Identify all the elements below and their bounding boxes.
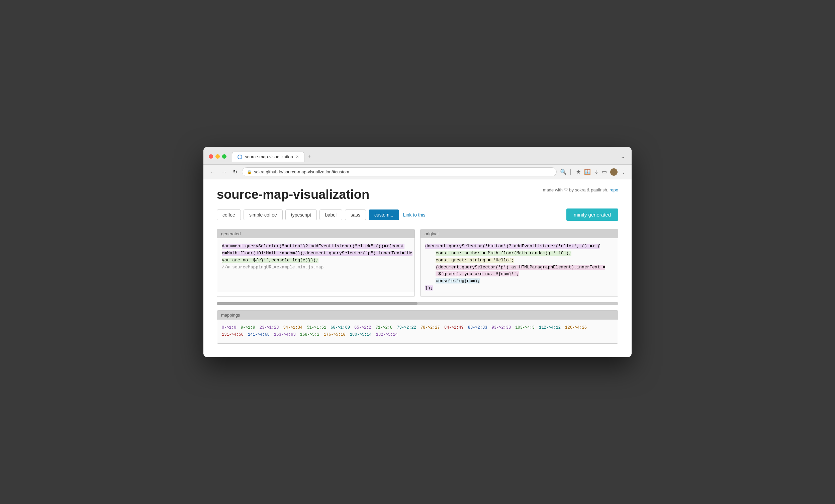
orig-line-6: console.log(num);	[425, 278, 613, 285]
simple-coffee-button[interactable]: simple-coffee	[244, 209, 283, 220]
mappings-panel-body[interactable]: 0->1:0 9->1:9 23->1:23 34->1:34 51->1:51…	[217, 320, 618, 343]
page-title: source-map-visualization	[217, 187, 369, 202]
tab-title: source-map-visualization	[245, 154, 293, 159]
buttons-row: coffee simple-coffee typescript babel sa…	[217, 208, 618, 221]
original-panel-header: original	[421, 229, 618, 238]
title-bar: source-map-visualization ✕ + ⌄	[203, 147, 632, 165]
generated-panel-body[interactable]: document.querySelector("button")?.addEve…	[217, 238, 414, 292]
mapping-item[interactable]: 84->2:49	[444, 325, 464, 330]
forward-button[interactable]: →	[220, 168, 228, 176]
mapping-item[interactable]: 65->2:2	[354, 325, 371, 330]
reader-view-icon[interactable]: ▭	[602, 169, 607, 175]
orig-hl-1: document.querySelector('button')?.addEve…	[425, 244, 600, 249]
mapping-item[interactable]: 73->2:22	[397, 325, 416, 330]
svg-point-0	[238, 155, 242, 159]
tab-bar: source-map-visualization ✕ +	[232, 151, 314, 162]
typescript-button[interactable]: typescript	[285, 209, 317, 220]
minify-generated-button[interactable]: minify generated	[566, 208, 618, 221]
tab-close-icon[interactable]: ✕	[296, 155, 299, 159]
gen-highlight-1: document.querySelector("button")?.addEve…	[222, 244, 412, 256]
orig-line-2: const num: number = Math.floor(Math.rand…	[425, 250, 613, 257]
download-icon[interactable]: ⇓	[594, 169, 598, 175]
mapping-item[interactable]: 71->2:8	[376, 325, 392, 330]
mapping-item[interactable]: 9->1:9	[241, 325, 255, 330]
scroll-thumb[interactable]	[217, 302, 418, 305]
original-panel: original document.querySelector('button'…	[420, 229, 618, 297]
mappings-panel-header: mappings	[217, 310, 618, 320]
mapping-item[interactable]: 126->4:26	[565, 325, 587, 330]
coffee-button[interactable]: coffee	[217, 209, 241, 220]
share-icon[interactable]: ⎡	[570, 169, 573, 175]
mapping-item[interactable]: 163->4:93	[274, 332, 296, 337]
browser-window: source-map-visualization ✕ + ⌄ ← → ↻ 🔒 s…	[203, 147, 632, 357]
mapping-item[interactable]: 0->1:0	[222, 325, 236, 330]
orig-hl-2: const num: number = Math.floor(Math.rand…	[435, 251, 571, 256]
sass-button[interactable]: sass	[345, 209, 366, 220]
search-icon[interactable]: 🔍	[560, 169, 567, 175]
orig-hl-5: `${greet}, you are no. ${num}!`;	[435, 271, 519, 277]
tab-favicon	[238, 155, 242, 159]
mapping-item[interactable]: 60->1:60	[330, 325, 350, 330]
mapping-item[interactable]: 88->2:33	[468, 325, 487, 330]
nav-actions: 🔍 ⎡ ★ 🪟 ⇓ ▭ ⋮	[560, 168, 626, 176]
mapping-item[interactable]: 168->5:2	[300, 332, 320, 337]
made-with: made with ♡ by sokra & paulirish. repo	[543, 187, 618, 193]
chevron-down-icon[interactable]: ⌄	[620, 153, 626, 160]
mapping-item[interactable]: 112->4:12	[539, 325, 561, 330]
mapping-item[interactable]: 51->1:51	[307, 325, 326, 330]
repo-link[interactable]: repo	[610, 187, 618, 193]
panels-row: generated document.querySelector("button…	[217, 229, 618, 297]
gen-code-line-2: you are no. ${e}!`,console.log(e)}));	[222, 257, 410, 264]
menu-icon[interactable]: ⋮	[621, 169, 626, 175]
gen-comment: //# sourceMappingURL=example.min.js.map	[222, 265, 324, 270]
custom-button[interactable]: custom...	[369, 209, 399, 220]
orig-line-4: (document.querySelector('p') as HTMLPara…	[425, 264, 613, 271]
link-to-this[interactable]: Link to this	[403, 212, 426, 218]
address-bar[interactable]: 🔒 sokra.github.io/source-map-visualizati…	[242, 167, 557, 176]
traffic-lights	[209, 154, 226, 159]
original-panel-body[interactable]: document.querySelector('button')?.addEve…	[421, 238, 618, 297]
mapping-item[interactable]: 180->5:14	[350, 332, 372, 337]
babel-button[interactable]: babel	[320, 209, 342, 220]
made-with-text: made with ♡ by sokra & paulirish.	[543, 187, 609, 193]
mapping-item[interactable]: 131->4:56	[222, 332, 244, 337]
back-button[interactable]: ←	[209, 168, 217, 176]
mappings-panel: mappings 0->1:0 9->1:9 23->1:23 34->1:34…	[217, 310, 618, 344]
mapping-item[interactable]: 78->2:27	[421, 325, 440, 330]
extensions-icon[interactable]: 🪟	[584, 169, 591, 175]
mapping-item[interactable]: 23->1:23	[260, 325, 279, 330]
gen-highlight-2: you are no. ${e}!`,console.log(e)}));	[222, 258, 319, 263]
orig-hl-3: const greet: string = 'Hello';	[435, 258, 514, 263]
mapping-item[interactable]: 176->5:10	[324, 332, 346, 337]
orig-line-7: });	[425, 285, 613, 292]
close-button[interactable]	[209, 154, 213, 159]
mapping-item[interactable]: 182->5:14	[376, 332, 398, 337]
gen-code-line-1: document.querySelector("button")?.addEve…	[222, 243, 410, 257]
bookmark-icon[interactable]: ★	[576, 169, 581, 175]
new-tab-button[interactable]: +	[304, 151, 314, 162]
page-header: source-map-visualization made with ♡ by …	[217, 187, 618, 202]
nav-bar: ← → ↻ 🔒 sokra.github.io/source-map-visua…	[203, 165, 632, 179]
orig-line-1: document.querySelector('button')?.addEve…	[425, 243, 613, 250]
scroll-bar[interactable]	[217, 302, 618, 305]
page-content: source-map-visualization made with ♡ by …	[203, 179, 632, 357]
orig-hl-6: console.log(num);	[435, 279, 480, 283]
generated-panel: generated document.querySelector("button…	[217, 229, 415, 297]
mapping-item[interactable]: 34->1:34	[283, 325, 303, 330]
profile-icon[interactable]	[610, 168, 617, 176]
orig-hl-4: (document.querySelector('p') as HTMLPara…	[435, 265, 605, 270]
orig-line-3: const greet: string = 'Hello';	[425, 257, 613, 264]
orig-line-5: `${greet}, you are no. ${num}!`;	[425, 271, 613, 278]
orig-hl-7: });	[425, 285, 433, 290]
mapping-item[interactable]: 93->2:38	[492, 325, 511, 330]
mapping-item[interactable]: 103->4:3	[515, 325, 535, 330]
minimize-button[interactable]	[216, 154, 220, 159]
maximize-button[interactable]	[222, 154, 226, 159]
mapping-item[interactable]: 141->4:68	[248, 332, 270, 337]
lock-icon: 🔒	[247, 170, 252, 174]
active-tab[interactable]: source-map-visualization ✕	[232, 152, 304, 162]
reload-button[interactable]: ↻	[231, 168, 239, 176]
url-text: sokra.github.io/source-map-visualization…	[254, 169, 349, 174]
gen-code-line-3: //# sourceMappingURL=example.min.js.map	[222, 264, 410, 271]
generated-panel-header: generated	[217, 229, 414, 238]
